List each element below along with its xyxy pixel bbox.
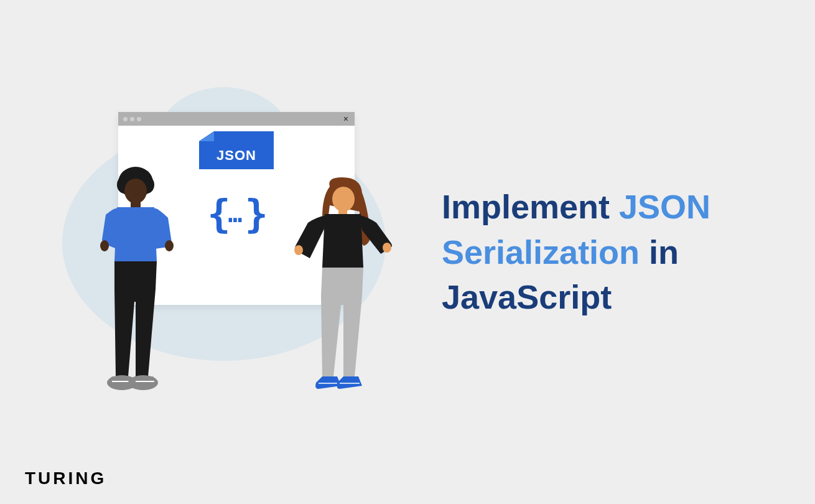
svg-rect-8 <box>111 376 131 384</box>
traffic-light-dot <box>137 117 141 121</box>
svg-point-13 <box>294 245 303 255</box>
traffic-light-dot <box>130 117 134 121</box>
svg-point-11 <box>332 187 355 212</box>
json-file-label: JSON <box>217 147 256 164</box>
person-right-illustration <box>292 174 398 398</box>
browser-traffic-lights <box>123 117 141 121</box>
svg-point-5 <box>100 240 109 251</box>
illustration-panel: × JSON {…} <box>37 0 398 504</box>
main-container: × JSON {…} <box>0 0 815 504</box>
close-icon: × <box>343 114 348 124</box>
brace-dots: … <box>228 200 245 228</box>
text-panel: Implement JSON Serialization in JavaScri… <box>398 184 778 320</box>
svg-rect-10 <box>134 376 154 384</box>
title-part1: Implement <box>442 188 619 225</box>
svg-point-3 <box>124 179 147 203</box>
page-title: Implement JSON Serialization in JavaScri… <box>442 184 753 320</box>
svg-point-14 <box>383 243 391 253</box>
svg-point-6 <box>165 240 174 251</box>
brace-open: { <box>207 191 228 236</box>
json-file-icon: JSON <box>199 141 274 169</box>
traffic-light-dot <box>123 117 128 121</box>
brand-logo: TURING <box>25 469 106 488</box>
browser-titlebar: × <box>118 112 355 126</box>
person-left-illustration <box>87 165 187 401</box>
braces-icon: {…} <box>207 191 266 236</box>
file-fold-corner <box>199 131 214 141</box>
brace-close: } <box>244 191 265 236</box>
